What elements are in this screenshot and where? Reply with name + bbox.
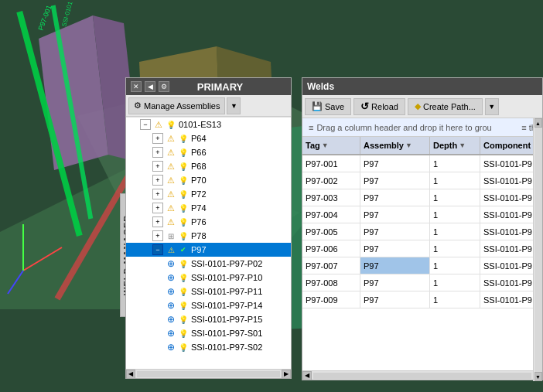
tree-container[interactable]: − ⚠ 💡 0101-ES13 + ⚠ 💡 P64 + ⚠ 💡 (126, 117, 291, 369)
filter-tag-icon[interactable]: ▼ (322, 141, 329, 149)
header-tag[interactable]: Tag ▼ (302, 137, 360, 154)
cell-assembly: P97 (360, 206, 430, 223)
warning-icon-p68: ⚠ (165, 160, 177, 172)
tree-label-p72: P72 (191, 189, 207, 199)
table-row[interactable]: P97-003 P97 1 SSI-0101-P9 (302, 189, 542, 206)
cell-depth: 1 (430, 223, 480, 240)
tree-item-p97-p10[interactable]: ⊕ 💡 SSI-0101-P97-P10 (126, 271, 291, 285)
tree-expander-p70[interactable]: + (152, 175, 163, 186)
scroll-up-arrow[interactable]: ▲ (534, 118, 542, 128)
close-button[interactable]: ✕ (131, 81, 142, 92)
cell-assembly: P97 (360, 189, 430, 206)
tree-item-p66[interactable]: + ⚠ 💡 P66 (126, 145, 291, 159)
check-icon-p97: ✔ (177, 244, 190, 256)
create-path-button[interactable]: ◆ Create Path... (408, 98, 483, 115)
tree-expander-p72[interactable]: + (152, 189, 163, 199)
table-row[interactable]: P97-009 P97 1 SSI-0101-P9 (302, 291, 542, 308)
tree-item-p97-s02[interactable]: ⊕ 💡 SSI-0101-P97-S02 (126, 340, 291, 354)
cell-depth: 1 (430, 155, 480, 172)
tree-expander-p97[interactable]: − (152, 244, 163, 255)
tree-item-root[interactable]: − ⚠ 💡 0101-ES13 (126, 118, 291, 131)
tree-expander-p76[interactable]: + (152, 216, 163, 227)
table-row[interactable]: P97-002 P97 1 SSI-0101-P9 (302, 172, 542, 189)
weld-icon-p11: ⊕ (165, 285, 177, 298)
tree-label-p97-p02: SSI-0101-P97-P02 (191, 259, 262, 268)
scroll-down-arrow[interactable]: ▼ (534, 372, 542, 381)
primary-toolbar: ⚙ Manage Assemblies ▼ (126, 95, 291, 117)
weld-icon-p14: ⊕ (165, 299, 177, 312)
tree-scrollbar-h[interactable]: ◀ ▶ (126, 369, 291, 378)
cell-tag: P97-005 (302, 223, 360, 240)
table-row[interactable]: P97-006 P97 1 SSI-0101-P9 (302, 240, 542, 257)
filter-assembly-icon[interactable]: ▼ (405, 141, 412, 149)
tree-item-p97-p15[interactable]: ⊕ 💡 SSI-0101-P97-P15 (126, 312, 291, 326)
warning-icon: ⚠ (152, 118, 165, 131)
scroll-right-arrow[interactable]: ▶ (282, 370, 291, 379)
tree-expander-p66[interactable]: + (152, 147, 163, 158)
primary-panel: ✕ ◀ ⚙ PRIMARY ⚙ Manage Assemblies ▼ − ⚠ … (125, 77, 292, 379)
tree-item-p76[interactable]: + ⚠ 💡 P76 (126, 215, 291, 229)
grid-scroll-left[interactable]: ◀ (302, 371, 312, 380)
cell-assembly: P97 (360, 155, 430, 172)
tree-expander-p64[interactable]: + (152, 133, 163, 144)
tree-item-p97-p11[interactable]: ⊕ 💡 SSI-0101-P97-P11 (126, 285, 291, 298)
settings-button[interactable]: ⚙ (159, 81, 169, 92)
tree-item-p97-s01[interactable]: ⊕ 💡 SSI-0101-P97-S01 (126, 326, 291, 340)
tree-item-p97-p02[interactable]: ⊕ 💡 SSI-0101-P97-P02 (126, 257, 291, 271)
warning-icon-p74: ⚠ (165, 202, 177, 214)
bulb-icon-p14: 💡 (177, 299, 190, 312)
table-row[interactable]: P97-007 P97 1 SSI-0101-P9 (302, 257, 542, 274)
manage-assemblies-button[interactable]: ⚙ Manage Assemblies (128, 97, 225, 114)
weld-icon-p02: ⊕ (165, 257, 177, 270)
warning-icon-p66: ⚠ (165, 146, 177, 159)
bulb-icon-p74: 💡 (177, 202, 190, 214)
welds-grid: ≡ Drag a column header and drop it here … (302, 118, 542, 370)
reload-button[interactable]: ↺ Reload (353, 98, 405, 115)
cell-assembly: P97 (360, 291, 430, 308)
cell-tag: P97-002 (302, 172, 360, 189)
tree-label-p97-s02: SSI-0101-P97-S02 (191, 343, 262, 352)
header-depth[interactable]: Depth ▼ (430, 137, 480, 154)
cell-tag: P97-001 (302, 155, 360, 172)
scroll-track-v[interactable] (534, 128, 542, 372)
grid-body[interactable]: P97-001 P97 1 SSI-0101-P9 P97-002 P97 1 … (302, 155, 542, 370)
tree-item-p70[interactable]: + ⚠ 💡 P70 (126, 173, 291, 187)
tree-expander-p78[interactable]: + (152, 230, 163, 241)
nav-back-button[interactable]: ◀ (145, 81, 155, 92)
tree-item-p72[interactable]: + ⚠ 💡 P72 (126, 187, 291, 201)
cell-assembly: P97 (360, 240, 430, 257)
manage-dropdown-button[interactable]: ▼ (227, 97, 241, 114)
primary-title: PRIMARY (197, 81, 243, 93)
bulb-icon-p78: 💡 (177, 230, 190, 242)
scroll-left-arrow[interactable]: ◀ (126, 370, 135, 379)
tree-expander-p68[interactable]: + (152, 161, 163, 172)
table-row[interactable]: P97-004 P97 1 SSI-0101-P9 (302, 206, 542, 223)
weld-icon-p10: ⊕ (165, 271, 177, 284)
tree-label-p97-s01: SSI-0101-P97-S01 (191, 329, 262, 338)
grid-scroll-track[interactable] (313, 373, 531, 379)
tree-expander-root[interactable]: − (140, 119, 151, 130)
grid-scrollbar-v[interactable]: ▲ ▼ (533, 118, 542, 381)
filter-depth-icon[interactable]: ▼ (459, 141, 466, 149)
cell-depth: 1 (430, 172, 480, 189)
grid-scrollbar-h[interactable]: ◀ ▶ (302, 370, 542, 380)
table-row[interactable]: P97-001 P97 1 SSI-0101-P9 (302, 155, 542, 172)
table-row[interactable]: P97-008 P97 1 SSI-0101-P9 (302, 274, 542, 291)
tree-item-p64[interactable]: + ⚠ 💡 P64 (126, 131, 291, 145)
welds-toolbar: 💾 Save ↺ Reload ◆ Create Path... ▼ (302, 95, 542, 118)
bulb-icon: 💡 (165, 118, 177, 131)
tree-item-p97[interactable]: − ⚠ ✔ P97 (126, 243, 291, 257)
tree-expander-p74[interactable]: + (152, 203, 163, 213)
tree-item-p68[interactable]: + ⚠ 💡 P68 (126, 159, 291, 173)
tree-item-p78[interactable]: + ⊞ 💡 P78 (126, 229, 291, 243)
scroll-track[interactable] (137, 371, 280, 377)
tree-item-p74[interactable]: + ⚠ 💡 P74 (126, 201, 291, 215)
save-button[interactable]: 💾 Save (305, 98, 351, 115)
tree-item-p97-p14[interactable]: ⊕ 💡 SSI-0101-P97-P14 (126, 298, 291, 312)
table-row[interactable]: P97-005 P97 1 SSI-0101-P9 (302, 223, 542, 240)
cell-depth: 1 (430, 240, 480, 257)
tree-label-p97-p10: SSI-0101-P97-P10 (191, 273, 262, 282)
welds-dropdown-button[interactable]: ▼ (485, 98, 499, 115)
header-assembly[interactable]: Assembly ▼ (360, 137, 430, 154)
save-icon: 💾 (312, 101, 323, 111)
